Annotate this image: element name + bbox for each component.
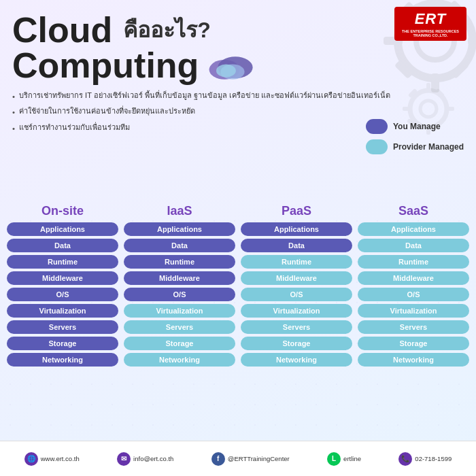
stack-item-saas-1: Data [358,239,469,252]
col-title-iaas: IaaS [167,204,192,218]
stack-item-iaas-2: Runtime [124,255,235,269]
footer-item-globe: 🌐www.ert.co.th [24,452,80,466]
footer-item-fb: f@ERTTrainingCenter [211,452,290,466]
footer-icon-line: L [327,452,341,466]
footer-icon-globe: 🌐 [24,452,38,466]
stack-item-paas-1: Data [241,239,352,252]
footer-item-phone: 📞02-718-1599 [398,452,452,466]
stack-item-saas-0: Applications [358,222,469,236]
stack-item-iaas-1: Data [124,239,235,252]
stack-item-onsite-7: Storage [7,337,118,350]
bullet-text-2: ค่าใช้จ่ายในการใช้งานค่อนข้างที่จะยึดหยุ… [19,105,195,117]
title-thai-text: คืออะไร? [123,19,211,41]
column-paas: PaaSApplicationsDataRuntimeMiddlewareO/S… [241,204,352,437]
col-title-paas: PaaS [282,204,311,218]
logo-brand: ERT [400,10,461,29]
bullet-text-1: บริการเช่าทรัพยากร IT อย่างเซิร์ฟเวอร์ พ… [19,90,390,101]
legend-provider-managed: Provider Managed [366,139,464,154]
svg-rect-5 [468,37,476,45]
stack-iaas: ApplicationsDataRuntimeMiddlewareO/SVirt… [124,222,235,367]
column-saas: SaaSApplicationsDataRuntimeMiddlewareO/S… [358,204,469,437]
stack-item-paas-4: O/S [241,288,352,301]
footer-icon-mail: ✉ [117,452,131,466]
stack-item-saas-2: Runtime [358,255,469,269]
stack-saas: ApplicationsDataRuntimeMiddlewareO/SVirt… [358,222,469,367]
legend-provider-managed-label: Provider Managed [393,142,464,152]
stack-item-onsite-1: Data [7,239,118,252]
legend-you-manage: You Manage [366,119,464,134]
stack-item-onsite-6: Servers [7,320,118,334]
stack-item-iaas-3: Middleware [124,271,235,285]
stack-item-paas-3: Middleware [241,271,352,285]
svg-rect-14 [403,107,412,111]
stack-item-saas-3: Middleware [358,271,469,285]
stack-item-onsite-5: Virtualization [7,304,118,318]
stack-item-onsite-8: Networking [7,353,118,367]
col-title-saas: SaaS [398,204,428,218]
bullet-text-3: แชร์การทำงานร่วมกับเพื่อนร่วมทีม [19,122,130,133]
stack-item-paas-6: Servers [241,320,352,334]
stack-item-iaas-7: Storage [124,337,235,350]
footer-text-line: ertline [343,455,361,462]
stack-item-saas-6: Servers [358,320,469,334]
footer-text-fb: @ERTTrainingCenter [228,455,290,462]
stack-item-paas-8: Networking [241,353,352,367]
bullet-2: • ค่าใช้จ่ายในการใช้งานค่อนข้างที่จะยึดห… [12,105,464,118]
stack-item-paas-5: Virtualization [241,304,352,318]
cloud-icon [205,48,260,82]
stack-item-onsite-0: Applications [7,222,118,236]
legend-dark-swatch [366,119,388,134]
columns-area: On-siteApplicationsDataRuntimeMiddleware… [0,204,476,437]
footer-icon-fb: f [211,452,225,466]
legend-you-manage-label: You Manage [393,122,441,131]
stack-item-paas-7: Storage [241,337,352,350]
stack-item-iaas-4: O/S [124,288,235,301]
col-title-onsite: On-site [41,204,84,218]
bullet-dot-3: • [12,123,15,135]
bullet-dot-1: • [12,91,15,103]
footer: 🌐www.ert.co.th✉info@ert.co.thf@ERTTraini… [0,441,476,476]
footer-item-mail: ✉info@ert.co.th [117,452,173,466]
title-computing-text: Computing [12,48,199,83]
stack-item-saas-8: Networking [358,353,469,367]
stack-item-iaas-0: Applications [124,222,235,236]
footer-text-mail: info@ert.co.th [133,455,173,462]
logo-tagline: THE ENTERPRISE RESOURCES TRAINING CO.,LT… [400,29,461,38]
svg-point-11 [420,101,437,117]
page: ERT THE ENTERPRISE RESOURCES TRAINING CO… [0,0,476,476]
stack-paas: ApplicationsDataRuntimeMiddlewareO/SVirt… [241,222,352,367]
stack-item-iaas-5: Virtualization [124,304,235,318]
stack-item-onsite-3: Middleware [7,271,118,285]
stack-item-iaas-8: Networking [124,353,235,367]
stack-item-onsite-4: O/S [7,288,118,301]
stack-item-saas-7: Storage [358,337,469,350]
svg-rect-15 [445,107,454,111]
logo: ERT THE ENTERPRISE RESOURCES TRAINING CO… [394,7,466,41]
stack-onsite: ApplicationsDataRuntimeMiddlewareO/SVirt… [7,222,118,367]
stack-item-paas-0: Applications [241,222,352,236]
bullet-dot-2: • [12,107,15,118]
stack-item-saas-4: O/S [358,288,469,301]
title-cloud-text: Cloud [12,12,112,48]
legend-light-swatch [366,139,388,154]
stack-item-saas-5: Virtualization [358,304,469,318]
stack-item-paas-2: Runtime [241,255,352,269]
legend-section: You Manage Provider Managed [366,119,464,154]
svg-point-23 [216,64,236,77]
footer-text-phone: 02-718-1599 [415,455,452,462]
footer-text-globe: www.ert.co.th [41,455,80,462]
svg-rect-12 [426,83,430,92]
footer-icon-phone: 📞 [398,452,412,466]
stack-item-iaas-6: Servers [124,320,235,334]
column-onsite: On-siteApplicationsDataRuntimeMiddleware… [7,204,118,437]
footer-item-line: Lertline [327,452,361,466]
stack-item-onsite-2: Runtime [7,255,118,269]
column-iaas: IaaSApplicationsDataRuntimeMiddlewareO/S… [124,204,235,437]
